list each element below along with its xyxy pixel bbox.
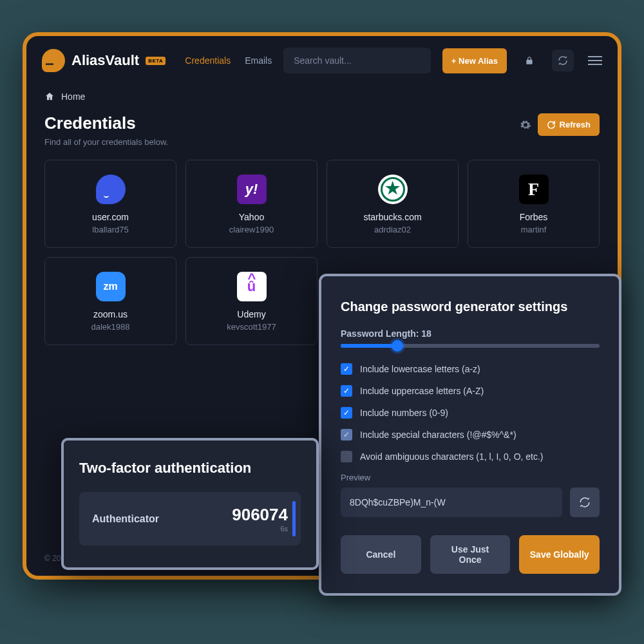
credential-card[interactable]: û Udemy kevscott1977: [185, 257, 317, 345]
auth-label: Authenticator: [92, 513, 159, 525]
credential-card[interactable]: zm zoom.us dalek1988: [44, 257, 176, 345]
gear-icon[interactable]: [520, 119, 531, 131]
brand-icon-yahoo: y!: [237, 175, 267, 204]
brand-icon-zoom: zm: [96, 272, 126, 301]
generator-title: Change password generator settings: [341, 299, 600, 314]
twofa-panel: Two-factor authentication Authenticator …: [61, 438, 319, 570]
checkbox-uppercase[interactable]: ✓: [341, 385, 352, 397]
lock-icon[interactable]: [518, 50, 540, 71]
length-label: Password Length: 18: [341, 328, 600, 339]
slider-thumb[interactable]: [392, 340, 403, 352]
checkbox-numbers[interactable]: ✓: [341, 407, 352, 419]
twofa-title: Two-factor authentication: [79, 460, 301, 477]
brand-icon-user: [96, 175, 126, 204]
timer-bar: [292, 501, 296, 536]
search-input[interactable]: [283, 48, 431, 73]
credential-card[interactable]: F Forbes martinf: [468, 160, 600, 248]
page-subtitle: Find all of your credentials below.: [44, 137, 168, 147]
brand-icon-udemy: û: [237, 272, 267, 301]
beta-badge: BETA: [146, 57, 166, 65]
home-icon: [44, 91, 55, 102]
page-title: Credentials: [44, 113, 168, 133]
new-alias-button[interactable]: + New Alias: [442, 48, 507, 73]
auth-timer: 6s: [232, 525, 288, 533]
preview-label: Preview: [341, 473, 600, 482]
refresh-icon: [547, 120, 556, 129]
use-once-button[interactable]: Use Just Once: [430, 535, 511, 574]
checkbox-lowercase[interactable]: ✓: [341, 363, 352, 375]
auth-code: 906074: [232, 505, 288, 525]
save-globally-button[interactable]: Save Globally: [519, 535, 600, 574]
password-generator-panel: Change password generator settings Passw…: [319, 274, 621, 596]
brand-icon-forbes: F: [519, 175, 549, 204]
preview-input[interactable]: [341, 488, 562, 517]
topbar: AliasVault BETA Credentials Emails + New…: [26, 36, 618, 85]
nav-emails[interactable]: Emails: [245, 55, 272, 66]
breadcrumb-home: Home: [61, 91, 85, 102]
credential-card[interactable]: y! Yahoo clairew1990: [185, 160, 317, 248]
app-name: AliasVault: [71, 52, 139, 69]
page-header: Credentials Find all of your credentials…: [26, 113, 618, 160]
regenerate-button[interactable]: [570, 488, 600, 517]
brand-icon-starbucks: [378, 175, 408, 204]
authenticator-row[interactable]: Authenticator 906074 6s: [79, 492, 301, 545]
credential-card[interactable]: starbucks.com adrdiaz02: [327, 160, 459, 248]
refresh-icon: [579, 497, 591, 508]
refresh-button[interactable]: Refresh: [538, 113, 600, 136]
checkbox-special[interactable]: ✓: [341, 429, 352, 440]
sync-icon[interactable]: [552, 50, 574, 71]
logo-icon: [42, 49, 65, 72]
length-slider[interactable]: [341, 344, 600, 348]
logo[interactable]: AliasVault BETA: [42, 49, 166, 72]
nav: Credentials Emails: [185, 55, 272, 66]
cancel-button[interactable]: Cancel: [341, 535, 421, 574]
menu-icon[interactable]: [588, 56, 602, 65]
nav-credentials[interactable]: Credentials: [185, 55, 231, 66]
credential-card[interactable]: user.com lballard75: [44, 160, 176, 248]
breadcrumb[interactable]: Home: [26, 85, 618, 113]
checkbox-ambiguous[interactable]: [341, 451, 352, 462]
